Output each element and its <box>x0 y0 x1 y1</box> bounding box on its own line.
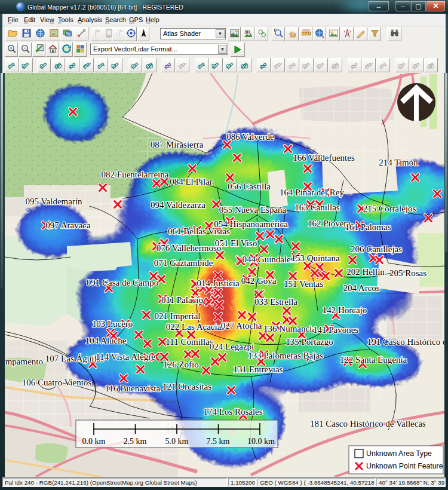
svg-text:2.5 km: 2.5 km <box>124 437 147 446</box>
svg-text:174 Los Rosales: 174 Los Rosales <box>203 407 262 416</box>
svg-text:205 Rosas: 205 Rosas <box>389 268 426 278</box>
svg-text:202 Hellín: 202 Hellín <box>346 267 385 277</box>
svg-text:027 Atocha: 027 Atocha <box>221 321 262 330</box>
svg-text:121 Orcasitas: 121 Orcasitas <box>162 382 211 391</box>
svg-text:133 Palomeras Bajas: 133 Palomeras Bajas <box>248 351 323 360</box>
svg-text:114 Vista Alegre: 114 Vista Alegre <box>96 352 155 362</box>
svg-text:126 Zofio: 126 Zofio <box>163 360 199 369</box>
svg-text:204 Arcos: 204 Arcos <box>343 283 379 293</box>
svg-text:084 El Pilar: 084 El Pilar <box>170 177 213 186</box>
svg-text:153 Quintana: 153 Quintana <box>291 253 340 263</box>
svg-text:055 Nueva España: 055 Nueva España <box>219 205 287 215</box>
svg-text:095 Valdemarín: 095 Valdemarín <box>25 197 82 206</box>
svg-text:033 Estrella: 033 Estrella <box>254 297 297 307</box>
svg-text:051 El Viso: 051 El Viso <box>215 238 257 248</box>
svg-text:044 Guindalera: 044 Guindalera <box>243 255 298 264</box>
svg-text:014 Justicia: 014 Justicia <box>197 278 240 288</box>
svg-text:116 Buenavista: 116 Buenavista <box>105 384 161 393</box>
svg-text:191 Casco Histórico de: 191 Casco Histórico de <box>367 337 444 347</box>
svg-text:141 Pavones: 141 Pavones <box>313 325 358 335</box>
svg-text:0.0 km: 0.0 km <box>82 437 106 446</box>
svg-text:Unknown Area Type: Unknown Area Type <box>366 449 432 458</box>
svg-text:022 Las Acacias: 022 Las Acacias <box>166 322 225 332</box>
svg-text:106 Cuatro Vientos: 106 Cuatro Vientos <box>22 378 91 387</box>
svg-text:163 Canillas: 163 Canillas <box>294 203 340 212</box>
svg-text:091 Casa de Campo: 091 Casa de Campo <box>87 278 158 287</box>
svg-text:214 Timón: 214 Timón <box>379 158 418 167</box>
svg-text:161 Palomas: 161 Palomas <box>345 222 391 232</box>
svg-text:151 Ventas: 151 Ventas <box>284 279 323 289</box>
svg-text:054 Hispanoamérica: 054 Hispanoamérica <box>214 219 288 229</box>
svg-text:136 Numancia: 136 Numancia <box>263 324 316 333</box>
svg-text:142 Horcajo: 142 Horcajo <box>323 305 367 315</box>
svg-text:131 Entrevias: 131 Entrevias <box>234 365 283 374</box>
svg-text:166 Valdefuentes: 166 Valdefuentes <box>293 153 355 163</box>
svg-text:164 Pinar del Rey: 164 Pinar del Rey <box>280 188 344 197</box>
svg-text:206 Canillejas: 206 Canillejas <box>351 244 402 254</box>
svg-text:111 Comillas: 111 Comillas <box>165 337 213 347</box>
svg-text:122 Santa Eugenia: 122 Santa Eugenia <box>340 355 407 365</box>
svg-text:215 Corralejos: 215 Corralejos <box>363 204 416 213</box>
svg-text:104 Aluche: 104 Aluche <box>85 336 127 345</box>
svg-text:011 Palacio: 011 Palacio <box>161 295 203 305</box>
svg-text:5.0 km: 5.0 km <box>165 437 189 446</box>
svg-text:076 Vallehermoso: 076 Vallehermoso <box>157 243 221 253</box>
svg-text:094 Valdezarza: 094 Valdezarza <box>151 200 205 210</box>
svg-text:086 Valverde: 086 Valverde <box>226 132 274 142</box>
svg-text:097 Aravaca: 097 Aravaca <box>45 220 91 230</box>
svg-text:7.5 km: 7.5 km <box>207 437 230 446</box>
svg-text:087 Mirasierra: 087 Mirasierra <box>151 140 204 149</box>
svg-text:071 Gaztambide: 071 Gaztambide <box>154 258 213 268</box>
svg-text:082 Fuentelarreina: 082 Fuentelarreina <box>102 170 169 179</box>
svg-text:056 Castilla: 056 Castilla <box>228 182 271 191</box>
svg-text:021 Imperial: 021 Imperial <box>154 311 200 321</box>
svg-text:135 Portazgo: 135 Portazgo <box>286 337 333 347</box>
svg-text:103 Lucero: 103 Lucero <box>92 319 133 329</box>
svg-text:Campamento: Campamento <box>5 357 43 366</box>
svg-text:181 Casco Histórico de Valleca: 181 Casco Histórico de Vallecas <box>310 419 426 428</box>
svg-text:042 Goya: 042 Goya <box>241 276 277 286</box>
svg-text:Unknown Point Feature: Unknown Point Feature <box>366 462 443 470</box>
svg-text:3D: 3D <box>244 29 250 34</box>
svg-text:10.0 km: 10.0 km <box>247 437 275 446</box>
svg-text:024 Legazpi: 024 Legazpi <box>210 342 254 351</box>
